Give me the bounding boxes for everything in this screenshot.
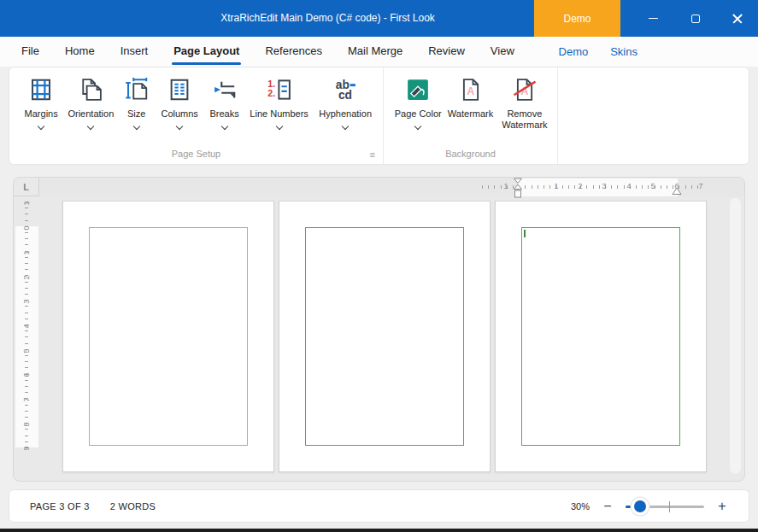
remove-watermark-label: Remove Watermark <box>502 108 547 131</box>
zoom-in-button[interactable]: + <box>716 500 728 513</box>
ruler-number: 4 <box>626 182 632 190</box>
minimize-button[interactable] <box>632 0 674 37</box>
zoom-slider-thumb[interactable] <box>634 500 646 512</box>
ruler-number: 7 <box>697 182 704 190</box>
indent-marker[interactable] <box>513 178 523 200</box>
tab-view[interactable]: View <box>478 37 527 67</box>
title-bar: XtraRichEdit Main Demo (C# code) - First… <box>0 0 758 37</box>
document-page-1[interactable] <box>62 201 274 472</box>
size-label: Size <box>127 108 145 120</box>
horizontal-ruler[interactable]: 1 1 2 3 4 5 6 7 <box>39 178 744 196</box>
ruler-number: 4 <box>22 321 31 331</box>
page-indicator[interactable]: PAGE 3 OF 3 <box>30 501 90 512</box>
ruler-number: 1 <box>502 182 509 190</box>
columns-label: Columns <box>161 108 197 120</box>
orientation-button[interactable]: Orientation <box>64 75 117 149</box>
watermark-label: Watermark <box>448 108 493 120</box>
document-page-2[interactable] <box>279 201 491 472</box>
ruler-number: 1 <box>22 248 31 258</box>
ribbon-group-background: Page Color A Watermark A Remove Watermar… <box>384 67 558 164</box>
tab-stop-selector[interactable]: L <box>14 178 39 196</box>
breaks-label: Breaks <box>209 108 238 120</box>
status-bar: PAGE 3 OF 3 2 WORDS 30% − + <box>9 489 749 523</box>
ruler-number: 0 <box>22 223 31 233</box>
ruler-number: 3 <box>601 182 608 190</box>
tab-references[interactable]: References <box>252 37 334 67</box>
line-numbers-button[interactable]: 1.2. Line Numbers <box>245 75 314 149</box>
ruler-number: 5 <box>22 346 31 356</box>
group-label-background: Background <box>384 149 557 159</box>
tab-page-layout[interactable]: Page Layout <box>161 37 252 67</box>
close-icon <box>732 14 743 24</box>
size-button[interactable]: Size <box>117 75 156 149</box>
zoom-100-tick <box>669 501 671 512</box>
group-label-page-setup: Page Setup <box>9 149 383 159</box>
document-page-3[interactable] <box>495 201 707 472</box>
page-color-icon <box>405 77 431 102</box>
page-container <box>62 201 707 472</box>
ruler-number: 6 <box>22 370 31 380</box>
columns-button[interactable]: Columns <box>156 75 203 149</box>
remove-watermark-icon: A <box>512 77 538 102</box>
vertical-ruler[interactable]: 1 0 1 2 3 4 5 6 7 8 9 <box>14 196 39 481</box>
page-margin-outline <box>521 227 680 446</box>
chevron-down-icon <box>87 123 94 130</box>
chevron-down-icon <box>38 123 44 130</box>
chevron-down-icon <box>414 123 421 130</box>
window-controls <box>632 0 758 37</box>
ruler-number: 7 <box>22 395 31 405</box>
page-margin-outline <box>305 227 464 446</box>
ruler-number: 5 <box>649 182 656 190</box>
right-indent-marker[interactable] <box>672 186 682 196</box>
orientation-icon <box>78 77 103 102</box>
chevron-down-icon <box>220 123 227 130</box>
page-color-button[interactable]: Page Color <box>392 75 444 149</box>
zoom-out-button[interactable]: − <box>602 500 614 513</box>
tab-file[interactable]: File <box>9 37 52 67</box>
columns-icon <box>167 77 192 102</box>
page-margin-outline <box>89 227 248 446</box>
svg-text:A: A <box>467 85 474 97</box>
ribbon-tab-bar: File Home Insert Page Layout References … <box>0 37 758 67</box>
dialog-launcher-icon[interactable]: ≡ <box>370 149 375 160</box>
zoom-slider[interactable] <box>626 499 704 514</box>
ribbon-empty-area <box>558 67 749 164</box>
ruler-number: 9 <box>22 443 31 453</box>
tab-insert[interactable]: Insert <box>108 37 162 67</box>
orientation-label: Orientation <box>68 108 114 120</box>
close-button[interactable] <box>716 0 758 37</box>
minimize-icon <box>649 18 658 19</box>
margins-icon <box>28 77 54 102</box>
hyphenation-button[interactable]: abcd Hyphenation <box>313 75 378 149</box>
skins-link[interactable]: Skins <box>610 45 638 58</box>
breaks-button[interactable]: Breaks <box>203 75 245 149</box>
tab-mail-merge[interactable]: Mail Merge <box>335 37 415 67</box>
maximize-icon <box>691 15 700 23</box>
watermark-icon: A <box>458 77 484 102</box>
breaks-icon <box>212 77 238 102</box>
svg-text:2.: 2. <box>267 88 275 98</box>
window-title: XtraRichEdit Main Demo (C# code) - First… <box>0 0 536 37</box>
zoom-percentage: 30% <box>571 501 590 512</box>
watermark-button[interactable]: A Watermark <box>444 75 497 149</box>
vertical-scrollbar[interactable] <box>730 198 741 474</box>
chevron-down-icon <box>176 123 183 130</box>
margins-button[interactable]: Margins <box>18 75 64 149</box>
tab-review[interactable]: Review <box>415 37 478 67</box>
hyphenation-label: Hyphenation <box>319 108 372 120</box>
chevron-down-icon <box>275 123 282 130</box>
margins-label: Margins <box>25 108 58 120</box>
ribbon-group-page-setup: Margins Orientation Size Columns <box>9 67 384 164</box>
word-count[interactable]: 2 WORDS <box>110 501 156 512</box>
demo-link[interactable]: Demo <box>559 45 589 58</box>
text-cursor <box>524 230 526 237</box>
ruler-number: 2 <box>22 272 31 283</box>
ruler-number: 1 <box>22 198 31 208</box>
maximize-button[interactable] <box>674 0 716 37</box>
ribbon: Margins Orientation Size Columns <box>9 67 749 165</box>
remove-watermark-button[interactable]: A Remove Watermark <box>497 75 552 149</box>
demo-button[interactable]: Demo <box>534 0 620 37</box>
chevron-down-icon <box>132 123 139 130</box>
tab-home[interactable]: Home <box>52 37 108 67</box>
hyphenation-icon: abcd <box>332 77 358 102</box>
